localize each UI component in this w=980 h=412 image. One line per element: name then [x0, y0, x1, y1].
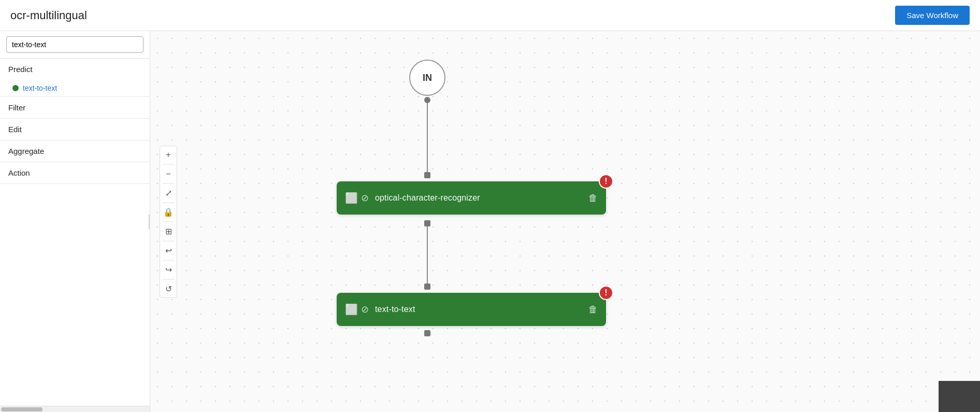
fit-button[interactable]: ⤢ — [162, 187, 175, 199]
ocr-node-label: optical-character-recognizer — [375, 193, 582, 203]
sidebar-item-text-to-text-label: text-to-text — [23, 84, 57, 92]
main-layout: Predict text-to-text Filter Edit Aggrega… — [0, 31, 980, 412]
search-input[interactable] — [6, 36, 143, 53]
delete-ocr-button[interactable]: 🗑 — [588, 193, 598, 204]
zoom-divider-3 — [162, 202, 175, 203]
sidebar-section-edit: Edit — [0, 119, 150, 140]
zoom-divider-2 — [162, 183, 175, 183]
canvas-area[interactable]: IN ⬜ ⊘ optical-character-recognizer 🗑 ! … — [150, 31, 980, 412]
connections-svg — [150, 31, 980, 412]
zoom-divider-6 — [162, 260, 175, 260]
header: ocr-multilingual Save Workflow — [0, 0, 980, 31]
redo-button[interactable]: ↪ — [162, 263, 175, 276]
sidebar: Predict text-to-text Filter Edit Aggrega… — [0, 31, 150, 412]
ocr-error-badge: ! — [599, 174, 613, 189]
save-workflow-button[interactable]: Save Workflow — [895, 6, 970, 25]
lock-button[interactable]: 🔒 — [162, 206, 175, 218]
zoom-controls: + − ⤢ 🔒 ⊞ ↩ ↪ ↺ — [160, 146, 177, 297]
sidebar-item-text-to-text[interactable]: text-to-text — [0, 80, 150, 96]
connector-square-t2t-bottom — [424, 330, 430, 336]
zoom-divider-4 — [162, 221, 175, 222]
sidebar-section-header-filter[interactable]: Filter — [0, 97, 150, 118]
delete-t2t-button[interactable]: 🗑 — [588, 304, 598, 315]
sidebar-section-header-predict[interactable]: Predict — [0, 59, 150, 80]
sidebar-section-header-edit[interactable]: Edit — [0, 119, 150, 140]
connector-square-ocr-top — [424, 172, 430, 178]
connector-dot-in-bottom — [424, 97, 430, 103]
green-dot-icon — [12, 85, 19, 91]
slash-icon-t2t: ⊘ — [361, 304, 369, 315]
connector-square-t2t-top — [424, 283, 430, 290]
in-node[interactable]: IN — [409, 60, 445, 96]
sidebar-section-action: Action — [0, 162, 150, 184]
sidebar-section-aggregate: Aggregate — [0, 140, 150, 162]
sidebar-scrollbar[interactable] — [0, 406, 150, 412]
sidebar-section-predict: Predict text-to-text — [0, 59, 150, 97]
sidebar-section-filter: Filter — [0, 97, 150, 119]
sidebar-search-area — [0, 31, 150, 59]
chip-icon-ocr: ⬜ — [345, 192, 358, 204]
mini-map — [939, 381, 980, 412]
chip-icon-t2t: ⬜ — [345, 303, 358, 316]
zoom-out-button[interactable]: − — [162, 167, 175, 180]
t2t-error-badge: ! — [599, 286, 613, 300]
zoom-in-button[interactable]: + — [162, 148, 175, 161]
text-to-text-node-label: text-to-text — [375, 305, 582, 314]
text-to-text-node[interactable]: ⬜ ⊘ text-to-text 🗑 ! — [337, 293, 606, 326]
zoom-divider-1 — [162, 164, 175, 164]
slash-icon-ocr: ⊘ — [361, 192, 369, 204]
ocr-node[interactable]: ⬜ ⊘ optical-character-recognizer 🗑 ! — [337, 181, 606, 215]
refresh-button[interactable]: ↺ — [162, 282, 175, 295]
page-title: ocr-multilingual — [10, 9, 87, 22]
undo-button[interactable]: ↩ — [162, 244, 175, 257]
zoom-divider-5 — [162, 240, 175, 241]
sidebar-sections: Predict text-to-text Filter Edit Aggrega… — [0, 59, 150, 406]
sidebar-section-header-aggregate[interactable]: Aggregate — [0, 140, 150, 162]
connector-square-ocr-bottom — [424, 220, 430, 226]
scrollbar-thumb — [1, 407, 42, 411]
zoom-divider-7 — [162, 279, 175, 279]
grid-button[interactable]: ⊞ — [162, 225, 175, 237]
sidebar-section-header-action[interactable]: Action — [0, 162, 150, 183]
